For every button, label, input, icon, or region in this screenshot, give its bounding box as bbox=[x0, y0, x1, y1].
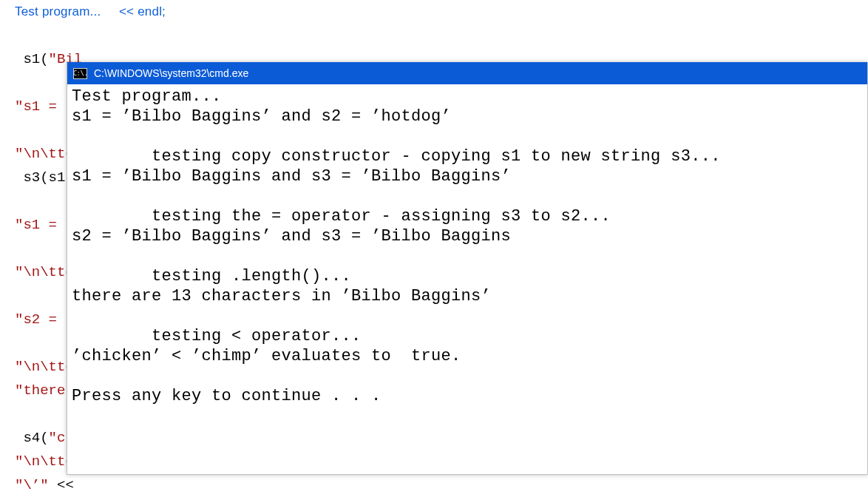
code-line[interactable]: s5) bbox=[15, 497, 868, 500]
code-token: "s1 = \ bbox=[15, 98, 74, 115]
code-token: s4( bbox=[15, 430, 49, 446]
cmd-window-title: C:\WINDOWS\system32\cmd.exe bbox=[94, 67, 248, 79]
code-line[interactable] bbox=[15, 24, 868, 47]
code-token: "s1 = \ bbox=[15, 217, 74, 233]
code-token: s1( bbox=[15, 51, 49, 67]
code-token: "\’" bbox=[15, 477, 49, 493]
code-token: "s2 = \ bbox=[15, 311, 74, 328]
cmd-window[interactable]: C:\. C:\WINDOWS\system32\cmd.exe Test pr… bbox=[67, 62, 868, 475]
code-line[interactable]: Test program... << endl; bbox=[15, 0, 868, 24]
cmd-icon: C:\. bbox=[73, 68, 87, 79]
code-token: Test program... << endl; bbox=[15, 4, 166, 18]
cmd-output[interactable]: Test program... s1 = ’Bilbo Baggins’ and… bbox=[67, 84, 867, 408]
code-token: << bbox=[49, 477, 74, 493]
code-line[interactable]: "\’" << bbox=[15, 473, 868, 497]
cmd-titlebar[interactable]: C:\. C:\WINDOWS\system32\cmd.exe bbox=[67, 62, 867, 84]
